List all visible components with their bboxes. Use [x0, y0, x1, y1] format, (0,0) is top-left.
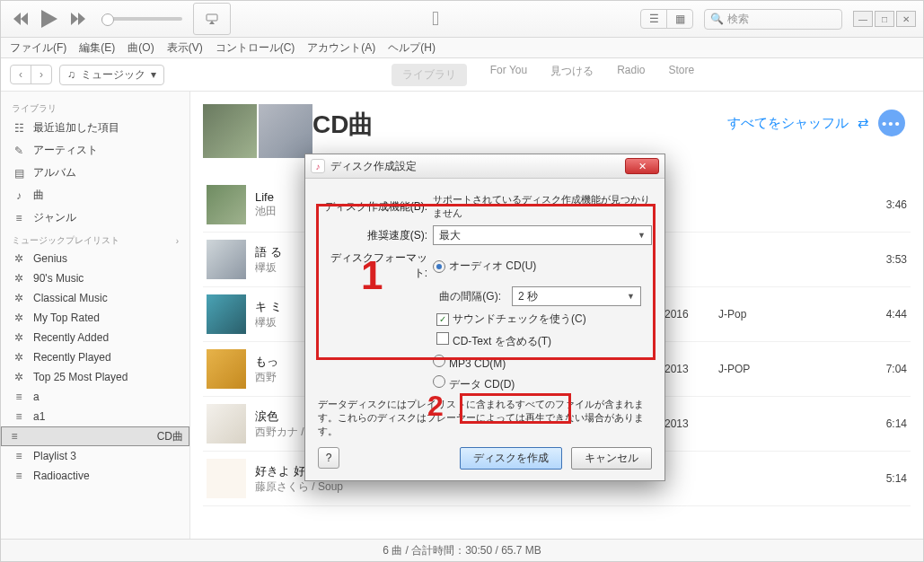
section-title: CD曲 — [312, 108, 374, 142]
sidebar-item-label: ジャンル — [33, 210, 76, 225]
menu-controls[interactable]: コントロール(C) — [216, 40, 295, 56]
sidebar-library-item[interactable]: ▤アルバム — [1, 162, 189, 184]
track-year: 2013 — [664, 363, 709, 375]
gap-select[interactable]: 2 秒 ▼ — [512, 286, 641, 306]
burner-value: サポートされているディスク作成機能が見つかりません — [433, 193, 652, 220]
speed-select[interactable]: 最大 ▼ — [433, 225, 652, 245]
sidebar-playlist-item[interactable]: ≡a — [1, 387, 189, 407]
sidebar-item-label: アーティスト — [33, 143, 98, 158]
prev-button[interactable] — [8, 6, 33, 31]
menu-edit[interactable]: 編集(E) — [79, 40, 115, 56]
shuffle-icon: ⇄ — [858, 115, 869, 131]
media-category-select[interactable]: ♫ ミュージック ▾ — [59, 65, 164, 85]
gear-icon: ✲ — [12, 351, 26, 364]
tab-store[interactable]: Store — [669, 64, 695, 86]
nav-forward-button[interactable]: › — [31, 66, 51, 83]
more-actions-button[interactable]: ••• — [878, 110, 905, 136]
volume-slider[interactable] — [101, 17, 182, 21]
menu-account[interactable]: アカウント(A) — [307, 40, 375, 56]
sidebar-playlist-item[interactable]: ≡a1 — [1, 407, 189, 426]
dialog-title: ディスク作成設定 — [330, 159, 417, 174]
gear-icon: ✲ — [12, 252, 26, 265]
sidebar-item-label: Classical Music — [33, 292, 108, 304]
sidebar-library-item[interactable]: ≡ジャンル — [1, 206, 189, 229]
track-artwork — [207, 240, 246, 279]
soundcheck-checkbox[interactable]: ✓サウンドチェックを使う(C) — [436, 312, 586, 327]
burner-label: ディスク作成機能(B): — [318, 199, 427, 215]
gear-icon: ✲ — [12, 312, 26, 324]
sidebar-item-label: 曲 — [33, 188, 44, 203]
tab-browse[interactable]: 見つける — [550, 64, 594, 86]
sidebar-item-icon: ≡ — [12, 212, 26, 224]
maximize-button[interactable]: □ — [875, 11, 894, 27]
cancel-button[interactable]: キャンセル — [571, 447, 652, 470]
search-placeholder: 検索 — [727, 12, 749, 27]
play-button[interactable] — [37, 6, 62, 31]
sidebar-item-icon: ☷ — [12, 122, 26, 135]
sidebar-library-item[interactable]: ♪曲 — [1, 184, 189, 206]
tab-for-you[interactable]: For You — [490, 64, 527, 86]
close-window-button[interactable]: ✕ — [896, 11, 916, 27]
list-view-icon[interactable]: ☰ — [641, 10, 667, 28]
sidebar-playlist-item[interactable]: ✲Recently Added — [1, 328, 189, 347]
menu-view[interactable]: 表示(V) — [167, 40, 203, 56]
sidebar-playlist-item[interactable]: ≡CD曲 — [1, 426, 189, 446]
burn-settings-dialog: ♪ ディスク作成設定 ✕ ディスク作成機能(B): サポートされているディスク作… — [304, 154, 665, 481]
nav-back-button[interactable]: ‹ — [11, 66, 31, 83]
sidebar-playlist-item[interactable]: ✲Top 25 Most Played — [1, 367, 189, 387]
svg-rect-0 — [207, 14, 217, 21]
format-data-radio[interactable]: データ CD(D) — [433, 375, 515, 392]
burn-disc-button[interactable]: ディスクを作成 — [460, 447, 562, 470]
sidebar-playlist-item[interactable]: ✲Recently Played — [1, 347, 189, 367]
chevron-down-icon: ▾ — [151, 68, 156, 81]
sidebar-playlist-item[interactable]: ✲Genius — [1, 249, 189, 268]
sidebar-playlist-item[interactable]: ≡Radioactive — [1, 466, 189, 486]
sidebar-library-item[interactable]: ✎アーティスト — [1, 139, 189, 162]
format-audio-radio[interactable]: オーディオ CD(U) — [433, 259, 536, 274]
list-icon: ≡ — [12, 470, 26, 482]
data-disc-note: データディスクにはプレイリストに含まれるすべてのファイルが含まれます。これらのデ… — [318, 398, 652, 438]
apple-logo-icon:  — [432, 7, 439, 31]
sidebar-item-label: 90's Music — [33, 272, 84, 285]
track-artwork — [207, 459, 246, 498]
sidebar-item-label: Top 25 Most Played — [33, 371, 128, 383]
tab-library[interactable]: ライブラリ — [392, 64, 467, 86]
sidebar-library-item[interactable]: ☷最近追加した項目 — [1, 117, 189, 139]
sidebar-playlist-item[interactable]: ≡Playlist 3 — [1, 446, 189, 466]
sidebar-playlist-item[interactable]: ✲90's Music — [1, 268, 189, 288]
track-year: 2016 — [664, 308, 709, 321]
help-button[interactable]: ? — [318, 447, 339, 469]
next-button[interactable] — [66, 6, 91, 31]
tab-radio[interactable]: Radio — [617, 64, 645, 86]
track-duration: 3:53 — [853, 253, 907, 266]
sidebar-item-label: アルバム — [33, 165, 76, 180]
album-thumb[interactable] — [203, 104, 257, 158]
shuffle-all-link[interactable]: すべてをシャッフル — [727, 115, 849, 132]
airplay-button[interactable] — [193, 3, 231, 35]
list-icon: ≡ — [12, 391, 26, 403]
view-mode-toggle[interactable]: ☰ ▦ — [640, 9, 693, 29]
minimize-button[interactable]: — — [853, 11, 873, 27]
track-duration: 5:14 — [853, 472, 907, 485]
menu-song[interactable]: 曲(O) — [128, 40, 154, 56]
dialog-close-button[interactable]: ✕ — [625, 158, 659, 174]
menu-help[interactable]: ヘルプ(H) — [388, 40, 436, 56]
search-input[interactable]: 🔍 検索 — [704, 9, 842, 30]
sidebar-item-label: Playlist 3 — [33, 450, 76, 462]
menu-file[interactable]: ファイル(F) — [10, 40, 66, 56]
sidebar-playlist-item[interactable]: ✲My Top Rated — [1, 308, 189, 328]
track-duration: 3:46 — [853, 198, 907, 211]
format-mp3-radio[interactable]: MP3 CD(M) — [433, 355, 506, 370]
status-bar: 6 曲 / 合計時間：30:50 / 65.7 MB — [1, 539, 923, 561]
sidebar-item-label: CD曲 — [157, 429, 183, 444]
chevron-down-icon: ▼ — [627, 292, 635, 301]
chevron-down-icon: ▼ — [638, 231, 646, 240]
sidebar-item-icon: ✎ — [12, 145, 26, 157]
album-thumb[interactable] — [259, 104, 312, 158]
sidebar-item-label: Recently Added — [33, 331, 109, 344]
cdtext-checkbox[interactable]: CD-Text を含める(T) — [436, 332, 551, 349]
gap-label: 曲の間隔(G): — [436, 289, 501, 304]
grid-view-icon[interactable]: ▦ — [667, 10, 692, 28]
sidebar-playlist-item[interactable]: ✲Classical Music — [1, 288, 189, 308]
sidebar-item-label: Recently Played — [33, 351, 111, 364]
